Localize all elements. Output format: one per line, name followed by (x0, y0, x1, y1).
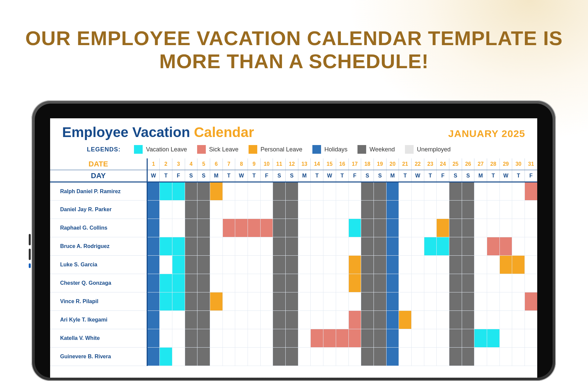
calendar-cell (286, 311, 298, 329)
calendar-cell (160, 329, 172, 348)
calendar-cell (512, 237, 525, 256)
calendar-cell (185, 182, 197, 201)
calendar-cell (348, 237, 361, 256)
calendar-cell (147, 201, 160, 219)
calendar-cell (361, 348, 374, 366)
calendar-cell (197, 274, 210, 292)
calendar-cell (323, 201, 336, 219)
calendar-cell (260, 329, 273, 348)
calendar-cell (286, 292, 298, 311)
calendar-cell (248, 219, 261, 237)
employee-name: Vince R. Pilapil (50, 292, 147, 311)
calendar-cell (172, 329, 185, 348)
table-row: Ralph Daniel P. Ramirez (50, 182, 537, 201)
calendar-cell (273, 311, 286, 329)
calendar-cell (160, 256, 172, 274)
calendar-cell (525, 182, 537, 201)
calendar-cell (248, 311, 261, 329)
calendar-cell (311, 329, 323, 348)
calendar-cell (210, 348, 223, 366)
calendar-cell (399, 292, 412, 311)
calendar-cell (487, 237, 500, 256)
calendar-cell (487, 182, 500, 201)
calendar-cell (160, 311, 172, 329)
calendar-cell (311, 274, 323, 292)
calendar-cell (197, 182, 210, 201)
calendar-cell (462, 237, 474, 256)
calendar-cell (260, 256, 273, 274)
date-number: 29 (499, 158, 512, 170)
table-row: Luke S. Garcia (50, 256, 537, 274)
calendar-cell (336, 311, 348, 329)
calendar-cell (172, 219, 185, 237)
calendar-cell (512, 274, 525, 292)
legend-item: Unemployed (405, 145, 451, 154)
calendar-cell (223, 274, 235, 292)
calendar-cell (336, 182, 348, 201)
table-row: Chester Q. Gonzaga (50, 274, 537, 292)
calendar-cell (160, 274, 172, 292)
date-number: 31 (525, 158, 537, 170)
calendar-cell (323, 311, 336, 329)
calendar-cell (437, 237, 449, 256)
calendar-cell (449, 219, 462, 237)
calendar-cell (411, 256, 424, 274)
calendar-cell (323, 329, 336, 348)
calendar-cell (286, 329, 298, 348)
calendar-cell (424, 348, 437, 366)
calendar-cell (185, 256, 197, 274)
calendar-cell (160, 237, 172, 256)
date-number: 30 (512, 158, 525, 170)
calendar-cell (235, 201, 248, 219)
calendar-cell (260, 201, 273, 219)
calendar-cell (512, 182, 525, 201)
calendar-cell (223, 182, 235, 201)
calendar-cell (487, 311, 500, 329)
calendar-cell (223, 348, 235, 366)
calendar-cell (235, 348, 248, 366)
calendar-cell (487, 201, 500, 219)
employee-name: Katella V. White (50, 329, 147, 348)
calendar-cell (147, 311, 160, 329)
calendar-cell (235, 274, 248, 292)
calendar-cell (462, 201, 474, 219)
legend-item: Vacation Leave (134, 145, 187, 154)
tablet-side-indicator (29, 263, 31, 268)
calendar-cell (172, 201, 185, 219)
calendar-cell (474, 348, 487, 366)
calendar-cell (449, 348, 462, 366)
calendar-cell (499, 274, 512, 292)
calendar-cell (386, 274, 399, 292)
calendar-cell (411, 237, 424, 256)
calendar-cell (336, 329, 348, 348)
calendar-cell (286, 219, 298, 237)
date-number: 22 (411, 158, 424, 170)
calendar-cell (286, 237, 298, 256)
calendar-cell (499, 219, 512, 237)
calendar-cell (348, 329, 361, 348)
calendar-cell (197, 219, 210, 237)
day-of-week: T (399, 170, 412, 182)
calendar-cell (210, 311, 223, 329)
calendar-cell (437, 274, 449, 292)
calendar-cell (273, 329, 286, 348)
calendar-cell (411, 311, 424, 329)
calendar-cell (298, 292, 311, 311)
legends-caption: LEGENDS: (87, 146, 121, 153)
calendar-cell (386, 311, 399, 329)
calendar-cell (311, 256, 323, 274)
calendar-cell (336, 274, 348, 292)
calendar-cell (449, 182, 462, 201)
calendar-cell (197, 237, 210, 256)
calendar-cell (260, 274, 273, 292)
calendar-cell (411, 219, 424, 237)
tablet-side-button (29, 234, 31, 245)
calendar-cell (323, 348, 336, 366)
calendar-cell (248, 329, 261, 348)
calendar-cell (474, 329, 487, 348)
calendar-cell (474, 292, 487, 311)
calendar-cell (248, 182, 261, 201)
day-of-week: T (424, 170, 437, 182)
calendar-cell (499, 256, 512, 274)
calendar-cell (273, 348, 286, 366)
